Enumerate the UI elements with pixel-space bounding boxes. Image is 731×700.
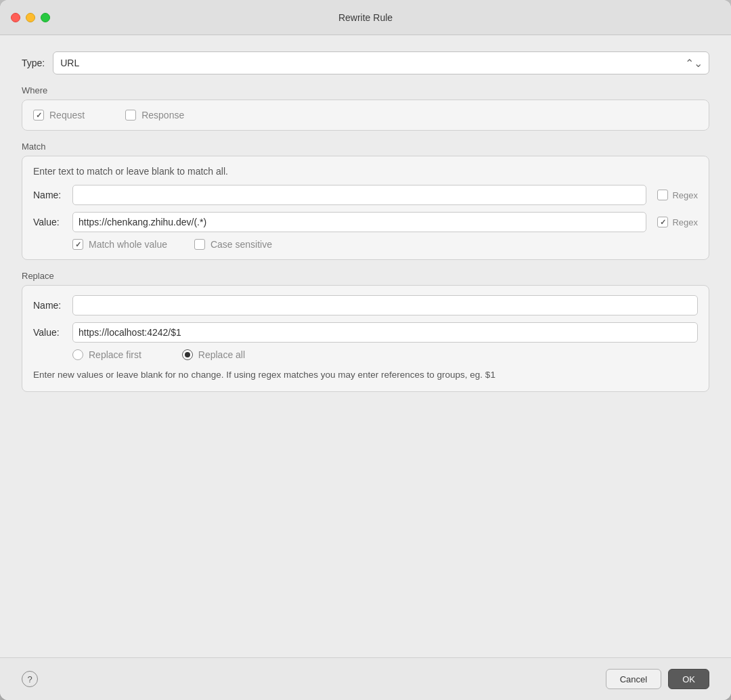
- match-name-input[interactable]: [72, 185, 646, 205]
- minimize-button[interactable]: [26, 13, 35, 22]
- match-value-label: Value:: [33, 217, 67, 227]
- replace-label: Replace: [22, 271, 709, 281]
- replace-value-label: Value:: [33, 327, 67, 338]
- bottom-bar: ? Cancel OK: [0, 657, 731, 700]
- replace-all-label: Replace all: [198, 349, 245, 360]
- where-row: Request Response: [33, 110, 698, 121]
- replace-all-item[interactable]: Replace all: [182, 349, 245, 360]
- main-window: Rewrite Rule Type: URL Header Body Statu…: [0, 0, 731, 700]
- cancel-button[interactable]: Cancel: [606, 669, 661, 689]
- where-section: Where Request Response: [22, 85, 709, 131]
- request-checkbox-item[interactable]: Request: [33, 110, 85, 121]
- match-name-label: Name:: [33, 190, 67, 200]
- replace-name-label: Name:: [33, 300, 67, 311]
- type-select-wrapper: URL Header Body Status Code ⌃⌄: [53, 51, 709, 74]
- main-content: Type: URL Header Body Status Code ⌃⌄ Whe…: [0, 35, 731, 657]
- match-value-regex-group: Regex: [657, 217, 698, 227]
- case-sensitive-label: Case sensitive: [211, 239, 272, 250]
- replace-section: Replace Name: Value: Replace first: [22, 271, 709, 392]
- type-row: Type: URL Header Body Status Code ⌃⌄: [22, 51, 709, 74]
- type-label: Type:: [22, 58, 45, 68]
- match-value-regex-label: Regex: [672, 217, 698, 227]
- where-label: Where: [22, 85, 709, 95]
- response-label: Response: [141, 110, 184, 121]
- titlebar: Rewrite Rule: [0, 0, 731, 35]
- request-label: Request: [49, 110, 85, 121]
- help-button[interactable]: ?: [22, 671, 38, 687]
- request-checkbox[interactable]: [33, 110, 44, 121]
- type-select[interactable]: URL Header Body Status Code: [53, 51, 709, 74]
- where-box: Request Response: [22, 100, 709, 131]
- replace-name-input[interactable]: [72, 295, 698, 315]
- match-label: Match: [22, 141, 709, 152]
- match-section: Match Enter text to match or leave blank…: [22, 141, 709, 260]
- replace-value-row: Value:: [33, 322, 698, 343]
- maximize-button[interactable]: [41, 13, 50, 22]
- match-whole-value-item[interactable]: Match whole value: [72, 239, 167, 250]
- replace-hint: Enter new values or leave blank for no c…: [33, 368, 698, 382]
- match-name-row: Name: Regex: [33, 185, 698, 205]
- replace-first-label: Replace first: [89, 349, 141, 360]
- response-checkbox-item[interactable]: Response: [125, 110, 184, 121]
- action-buttons: Cancel OK: [606, 669, 709, 689]
- match-whole-value-label: Match whole value: [89, 239, 167, 250]
- replace-first-item[interactable]: Replace first: [72, 349, 141, 360]
- replace-value-input[interactable]: [72, 322, 698, 343]
- window-title: Rewrite Rule: [338, 12, 393, 23]
- case-sensitive-item[interactable]: Case sensitive: [194, 239, 272, 250]
- match-whole-value-checkbox[interactable]: [72, 239, 83, 250]
- match-name-regex-checkbox[interactable]: [657, 190, 668, 200]
- match-value-row: Value: Regex: [33, 212, 698, 232]
- replace-name-row: Name:: [33, 295, 698, 315]
- replace-box: Name: Value: Replace first Re: [22, 285, 709, 392]
- replace-first-radio[interactable]: [72, 349, 83, 360]
- match-options-row: Match whole value Case sensitive: [72, 239, 698, 250]
- match-name-regex-group: Regex: [657, 190, 698, 200]
- match-box: Enter text to match or leave blank to ma…: [22, 156, 709, 260]
- match-name-regex-label: Regex: [672, 190, 698, 200]
- match-hint: Enter text to match or leave blank to ma…: [33, 166, 698, 177]
- match-value-regex-checkbox[interactable]: [657, 217, 668, 227]
- match-value-input[interactable]: [72, 212, 646, 232]
- ok-button[interactable]: OK: [668, 669, 709, 689]
- replace-options-row: Replace first Replace all: [72, 349, 698, 360]
- replace-all-radio[interactable]: [182, 349, 193, 360]
- response-checkbox[interactable]: [125, 110, 136, 121]
- case-sensitive-checkbox[interactable]: [194, 239, 205, 250]
- close-button[interactable]: [11, 13, 20, 22]
- traffic-lights: [11, 13, 50, 22]
